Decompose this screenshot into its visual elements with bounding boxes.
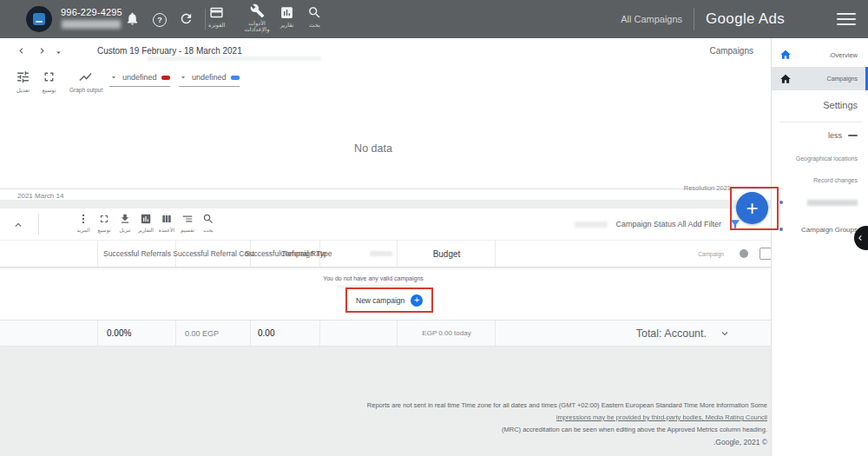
sidebar-item-redacted[interactable] — [772, 196, 868, 208]
all-campaigns-breadcrumb[interactable]: All Campaigns — [621, 14, 682, 24]
expand-icon — [42, 69, 56, 84]
chevron-right-icon[interactable] — [36, 45, 48, 56]
account-name-redacted — [62, 20, 121, 29]
segment-icon — [181, 213, 194, 225]
refresh-icon[interactable] — [179, 11, 194, 26]
nav-billing-label: الفوترة — [208, 22, 225, 28]
sidebar-show-less[interactable]: less — [772, 126, 868, 145]
table-segment-label: تقسيم — [181, 227, 194, 233]
sidebar-item-record-changes[interactable]: Record changes — [772, 173, 868, 187]
expand-icon — [98, 213, 110, 225]
chart-adjust-button[interactable]: تعديل — [16, 69, 30, 94]
settings-label: Settings — [823, 100, 858, 110]
google-ads-window: 996-229-4295 ? الفوترة الأدوات والإعدادا… — [0, 0, 868, 456]
notifications-bell-icon[interactable] — [125, 11, 140, 26]
campaign-column-label[interactable]: Campaign — [698, 251, 724, 257]
total-account-label: Total: Account. — [636, 327, 707, 340]
plus-circle-icon: + — [411, 294, 423, 307]
header-campaign-type[interactable]: Campaign Type — [319, 241, 398, 267]
nav-billing[interactable]: الفوترة — [208, 5, 225, 28]
chart-expand-label: توسيع — [42, 87, 56, 94]
table-download-label: تنزيل — [119, 227, 130, 233]
table-segment-button[interactable]: تقسيم — [177, 213, 198, 233]
chart-expand-button[interactable]: توسيع — [42, 69, 56, 94]
dropdown-arrow-icon — [109, 73, 118, 82]
geographical-locations-label: Geographical locations — [796, 155, 858, 162]
campaign-status-filter[interactable]: Campaign Status All Add Filter — [615, 220, 721, 228]
topbar-divider — [205, 9, 206, 30]
footer-copyright: .Google, 2021 © — [90, 438, 767, 446]
empty-state-redacted — [337, 285, 413, 288]
totals-empty-cell — [0, 321, 97, 346]
header-successful-referrals[interactable]: Successful Referrals — [97, 241, 176, 267]
date-range-value[interactable]: Custom 19 February - 18 March 2021 — [97, 46, 242, 56]
totals-referrals: 0.00 — [250, 321, 327, 346]
chart-adjust-label: تعديل — [16, 87, 30, 94]
nav-search[interactable]: بحث — [307, 5, 322, 28]
totals-cost: 0.00 EGP — [175, 321, 260, 346]
performance-chart-panel: تعديل توسيع Graph output undefined undef… — [0, 63, 771, 200]
account-avatar[interactable] — [26, 6, 52, 32]
reports-chart-icon — [279, 5, 294, 20]
sidebar-item-overview[interactable]: .Overview — [772, 44, 868, 65]
new-campaign-fab[interactable]: + — [736, 192, 768, 224]
collapse-table-chevron-icon[interactable] — [12, 219, 24, 231]
table-expand-button[interactable]: توسيع — [94, 213, 115, 233]
overview-label: .Overview — [829, 51, 858, 59]
totals-row: 0.00% 0.00 EGP 0.00 EGP 0.00 today Total… — [0, 320, 771, 346]
metric-selector-1[interactable]: undefined — [109, 73, 170, 87]
series-color-blue-chip — [231, 76, 240, 80]
status-dot-icon — [740, 249, 748, 258]
page-title: Campaigns — [709, 46, 753, 56]
less-label: less — [828, 131, 842, 140]
totals-campaign-type — [319, 321, 398, 346]
table-search-button[interactable]: بحث — [198, 213, 219, 233]
more-vertical-icon — [77, 213, 89, 225]
chart-x-axis — [0, 188, 771, 189]
table-columns-button[interactable]: الأعمدة — [156, 213, 177, 233]
account-switcher[interactable]: 996-229-4295 — [61, 7, 122, 17]
nav-search-label: بحث — [309, 22, 319, 28]
download-icon — [119, 213, 131, 225]
menu-hamburger-icon[interactable] — [837, 13, 856, 25]
table-columns-label: الأعمدة — [159, 227, 174, 233]
nav-tools[interactable]: الأدوات والإعدادات — [238, 3, 276, 32]
help-icon[interactable]: ? — [153, 13, 167, 27]
graph-output-label: Graph output — [69, 87, 102, 93]
top-app-bar: 996-229-4295 ? الفوترة الأدوات والإعدادا… — [0, 0, 868, 38]
header-campaign: Campaign — [495, 241, 784, 267]
sidebar-item-geographical-locations[interactable]: Geographical locations — [772, 151, 868, 165]
sidebar-item-campaigns[interactable]: Campaigns — [772, 67, 868, 90]
sidebar-item-settings[interactable]: Settings — [772, 94, 868, 116]
bullet-icon — [779, 201, 783, 204]
table-more-button[interactable]: المزيد — [73, 213, 94, 233]
new-campaign-button[interactable]: New campaign + — [347, 289, 431, 311]
campaigns-label: Campaigns — [827, 76, 858, 82]
footer-line-1: Reports are not sent in real time Time z… — [90, 401, 767, 409]
sidebar-redacted-label — [807, 200, 858, 206]
campaign-groups-label: Campaign Groups — [801, 226, 858, 234]
header-budget[interactable]: Budget — [397, 241, 496, 267]
record-changes-label: Record changes — [813, 177, 858, 183]
metric-1-value: undefined — [122, 73, 157, 82]
graph-output-button[interactable]: Graph output — [69, 69, 102, 93]
date-bar-redacted — [148, 56, 321, 61]
navigation-sidebar: .Overview Campaigns Settings less Geogra… — [771, 38, 868, 456]
chevron-left-icon[interactable] — [16, 45, 27, 56]
chevron-down-icon[interactable] — [719, 327, 731, 340]
totals-budget: EGP 0.00 today — [397, 321, 496, 346]
select-all-checkbox[interactable] — [760, 248, 772, 260]
nav-reports[interactable]: تقارير — [279, 5, 294, 28]
header-empty-cell — [0, 241, 97, 267]
filter-funnel-icon[interactable] — [729, 218, 741, 230]
campaigns-table: المزيد توسيع تنزيل التقارير الأعمدة تقسي… — [0, 208, 771, 345]
header-successful-referral-cost[interactable]: Successful Referral Cost — [175, 241, 251, 267]
sidebar-item-campaign-groups[interactable]: Campaign Groups — [772, 222, 868, 236]
date-dropdown-arrow-icon[interactable] — [54, 48, 63, 57]
table-download-button[interactable]: تنزيل — [115, 213, 135, 233]
home-icon — [779, 49, 792, 61]
google-ads-logo: Google Ads — [706, 10, 785, 28]
annotation-box-new-campaign: New campaign + — [345, 287, 433, 313]
table-reports-button[interactable]: التقارير — [135, 213, 156, 233]
metric-selector-2[interactable]: undefined — [179, 73, 240, 87]
